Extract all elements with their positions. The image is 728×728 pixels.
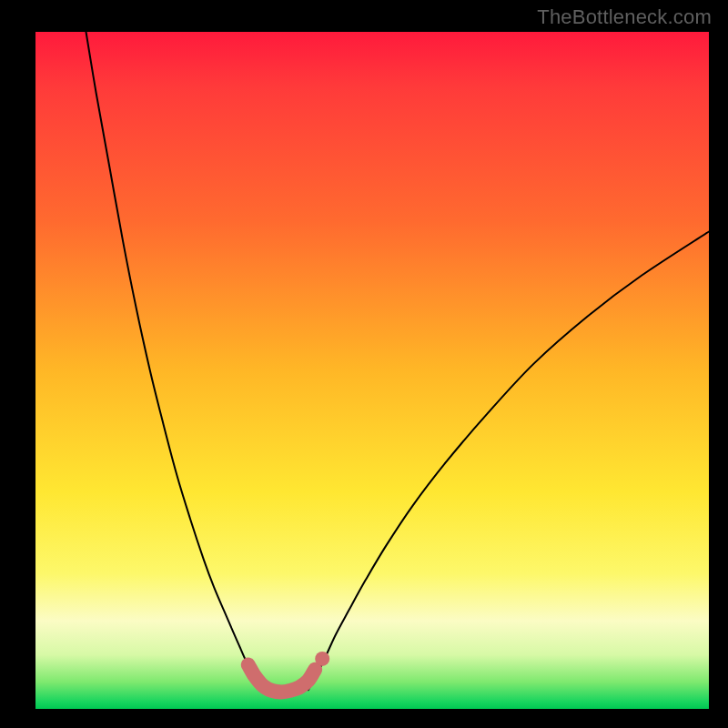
curve-layer (35, 32, 709, 709)
left-branch-curve (86, 32, 272, 690)
valley-highlight (248, 665, 315, 693)
right-branch-curve (308, 232, 709, 691)
watermark-text: TheBottleneck.com (537, 5, 712, 29)
chart-frame: TheBottleneck.com (0, 0, 728, 728)
plot-area (35, 32, 709, 709)
valley-marker-dot (315, 652, 329, 666)
